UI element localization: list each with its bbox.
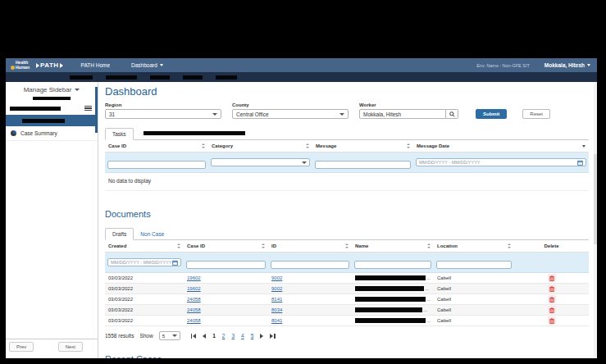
doc-id-link[interactable]: 8141 bbox=[271, 297, 282, 302]
page-number-current[interactable]: 1 bbox=[212, 333, 216, 339]
col-location[interactable]: Location bbox=[434, 243, 514, 248]
user-menu[interactable]: Mokkala, Hitesh bbox=[544, 62, 590, 68]
calendar-icon[interactable] bbox=[577, 160, 583, 166]
doc-id-link[interactable]: 8034 bbox=[271, 307, 282, 312]
col-name[interactable]: Name bbox=[352, 243, 434, 248]
nav-dashboard-menu[interactable]: Dashboard bbox=[131, 62, 163, 68]
filter-doc-id-input[interactable] bbox=[271, 261, 349, 269]
redacted-nav-item[interactable] bbox=[150, 75, 170, 80]
worker-search-button[interactable] bbox=[446, 109, 458, 119]
delete-button[interactable] bbox=[548, 316, 556, 325]
nav-path-home[interactable]: PATH Home bbox=[81, 62, 111, 68]
filter-category-select[interactable] bbox=[211, 158, 310, 166]
filter-message-input[interactable] bbox=[315, 161, 411, 169]
redacted-nav-item[interactable] bbox=[216, 75, 237, 80]
col-delete: Delete bbox=[514, 243, 589, 248]
region-select[interactable]: 31 bbox=[105, 109, 221, 119]
doc-id-link[interactable]: 9002 bbox=[271, 275, 282, 280]
delete-button[interactable] bbox=[548, 274, 556, 282]
pagination: 1558 results Show 5 1 2 3 4 5 bbox=[105, 331, 589, 340]
worker-label: Worker bbox=[359, 102, 458, 107]
sidebar-item-label: Case Summary bbox=[21, 130, 57, 136]
col-message[interactable]: Message bbox=[312, 143, 413, 148]
documents-table-header: Created Case ID ID Name Location bbox=[105, 240, 589, 253]
submit-button[interactable]: Submit bbox=[476, 109, 507, 119]
page-number-link[interactable]: 4 bbox=[241, 333, 244, 339]
case-id-link[interactable]: 19602 bbox=[187, 275, 201, 280]
delete-button[interactable] bbox=[548, 284, 556, 293]
created-cell: 03/03/2022 bbox=[105, 275, 184, 280]
next-page-button[interactable] bbox=[260, 334, 263, 339]
prev-page-button[interactable] bbox=[203, 334, 206, 339]
col-created[interactable]: Created bbox=[105, 243, 184, 248]
filter-name-input[interactable] bbox=[354, 261, 431, 269]
reset-button[interactable]: Reset bbox=[522, 109, 550, 119]
sort-icon[interactable] bbox=[508, 243, 511, 248]
sort-icon[interactable] bbox=[306, 143, 309, 148]
col-message-date[interactable]: Message Date bbox=[413, 143, 589, 148]
main-scrollbar-thumb[interactable] bbox=[594, 154, 597, 244]
sidebar-search-row[interactable] bbox=[6, 103, 98, 114]
last-page-button[interactable] bbox=[270, 334, 276, 339]
delete-button[interactable] bbox=[548, 306, 556, 314]
sidebar-item-case-summary[interactable]: Case Summary bbox=[6, 126, 98, 141]
tab-tasks[interactable]: Tasks bbox=[105, 128, 134, 140]
case-id-link[interactable]: 24058 bbox=[187, 307, 201, 312]
col-case-id[interactable]: Case ID bbox=[105, 143, 208, 148]
county-label: County bbox=[232, 102, 349, 107]
first-page-button[interactable] bbox=[191, 334, 197, 339]
chevron-down-icon bbox=[75, 89, 80, 91]
page-number-link[interactable]: 5 bbox=[251, 333, 254, 339]
col-doc-id[interactable]: ID bbox=[268, 243, 352, 248]
col-category[interactable]: Category bbox=[208, 143, 312, 148]
county-select[interactable]: Central Office bbox=[232, 109, 349, 119]
sort-icon[interactable] bbox=[202, 143, 205, 148]
created-cell: 03/03/2022 bbox=[105, 286, 184, 291]
filter-created-date-input[interactable]: MM/DD/YYYY - MM/DD/YYYY bbox=[107, 258, 181, 266]
chevron-down-icon bbox=[587, 64, 590, 66]
location-cell: Cabell bbox=[434, 286, 514, 291]
list-view-icon[interactable] bbox=[84, 106, 92, 111]
sort-icon[interactable] bbox=[262, 243, 265, 248]
redacted-name bbox=[355, 275, 426, 280]
redacted-tab[interactable] bbox=[144, 131, 245, 135]
tab-non-case[interactable]: Non Case bbox=[134, 229, 171, 239]
sort-desc-icon[interactable] bbox=[582, 145, 585, 148]
filter-case-id-input[interactable] bbox=[107, 161, 206, 169]
next-button[interactable]: Next bbox=[58, 342, 83, 352]
sort-icon[interactable] bbox=[345, 243, 349, 248]
main-content: Dashboard Region 31 County Central Offic… bbox=[98, 82, 597, 358]
case-id-link[interactable]: 19602 bbox=[187, 286, 201, 291]
doc-id-link[interactable]: 9002 bbox=[271, 286, 282, 291]
col-doc-case-id[interactable]: Case ID bbox=[184, 243, 268, 248]
sidebar-item-selected[interactable] bbox=[6, 115, 98, 126]
worker-input[interactable] bbox=[359, 109, 446, 119]
manage-sidebar-dropdown[interactable]: Manage Sidebar bbox=[6, 82, 98, 96]
case-id-link[interactable]: 24058 bbox=[187, 297, 201, 302]
sidebar: Manage Sidebar Case Summary Prev Next bbox=[6, 82, 98, 358]
arrow-right-icon bbox=[36, 63, 39, 68]
page-size-select[interactable]: 5 bbox=[159, 331, 180, 340]
prev-button[interactable]: Prev bbox=[9, 342, 34, 352]
case-id-link[interactable]: 24058 bbox=[187, 318, 201, 323]
recent-cases-title: Recent Cases bbox=[105, 354, 589, 358]
filter-message-date-input[interactable]: MM/DD/YYYY - MM/DD/YYYY bbox=[416, 158, 586, 166]
page-number-link[interactable]: 3 bbox=[231, 333, 235, 339]
calendar-icon[interactable] bbox=[172, 260, 178, 266]
filter-doc-case-id-input[interactable] bbox=[186, 261, 266, 269]
tab-drafts[interactable]: Drafts bbox=[105, 228, 134, 240]
page-number-link[interactable]: 2 bbox=[222, 333, 226, 339]
sort-icon[interactable] bbox=[177, 243, 180, 248]
delete-button[interactable] bbox=[548, 295, 556, 303]
sort-icon[interactable] bbox=[407, 143, 410, 148]
redacted-nav-item[interactable] bbox=[70, 75, 93, 80]
created-cell: 03/03/2022 bbox=[105, 307, 184, 312]
sidebar-scrollbar[interactable] bbox=[95, 87, 98, 133]
redacted-nav-item[interactable] bbox=[183, 75, 203, 80]
redacted-nav-item[interactable] bbox=[106, 75, 137, 80]
filter-location-input[interactable] bbox=[436, 261, 512, 269]
tasks-filter-row: MM/DD/YYYY - MM/DD/YYYY bbox=[105, 152, 589, 173]
sort-icon[interactable] bbox=[427, 243, 431, 248]
doc-id-link[interactable]: 8041 bbox=[271, 318, 282, 323]
redacted-name bbox=[355, 286, 424, 291]
